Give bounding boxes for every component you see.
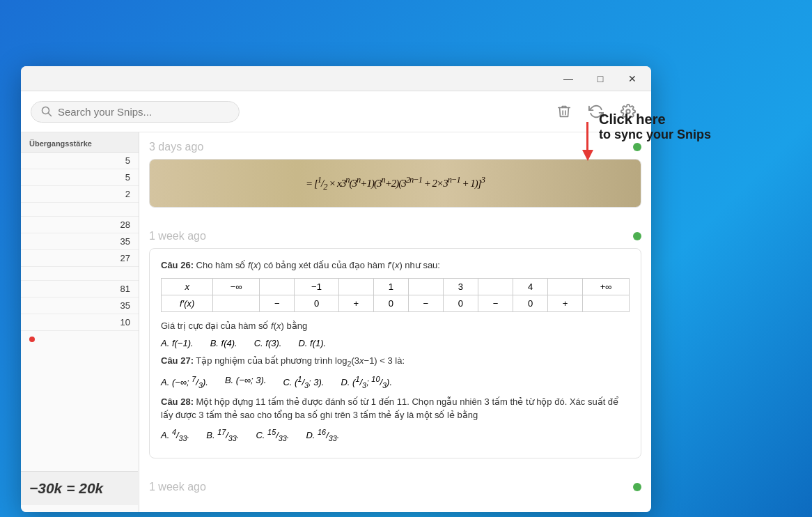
snip-card-2[interactable]: Câu 26: Cho hàm số f(x) có bảng xét dấu …	[149, 248, 641, 458]
snip-timestamp: 3 days ago	[149, 132, 641, 159]
snip-image: = [1/2 × x3n(3n+1)(3n+2)(32n−1 + 2×3n−1 …	[150, 160, 641, 207]
list-item[interactable]: 5	[21, 169, 139, 186]
list-item[interactable]: 27	[21, 250, 139, 267]
list-item[interactable]: 10	[21, 314, 139, 331]
snip-timestamp-3: 1 week ago	[149, 472, 641, 499]
arrow-head	[582, 150, 593, 161]
sidebar: Übergangsstärke 5 5 2 28 35 27 81 35 10	[21, 132, 139, 512]
snip-status-dot-3	[633, 483, 641, 491]
sidebar-red-dot	[29, 337, 35, 342]
q28-text: Câu 28: Một hộp đựng 11 tấm thẻ được đán…	[161, 395, 630, 422]
toolbar	[21, 91, 651, 132]
q27-text: Câu 27: Tập nghiệm của bất phương trình …	[161, 354, 630, 369]
snip-timestamp-2: 1 week ago	[149, 222, 641, 248]
close-button[interactable]: ✕	[616, 66, 648, 91]
tooltip: Click here to sync your Snips	[582, 115, 711, 161]
title-bar: — □ ✕	[21, 66, 651, 91]
snip-math-content: Câu 26: Cho hàm số f(x) có bảng xét dấu …	[150, 249, 641, 458]
list-item[interactable]: 35	[21, 233, 139, 250]
q26-question: Giá trị cực đại của hàm số f(x) bằng	[161, 319, 630, 333]
snip-card[interactable]: = [1/2 × x3n(3n+1)(3n+2)(32n−1 + 2×3n−1 …	[149, 159, 641, 208]
math-table: x −∞−1134+∞ f′(x) −0+0−0−0+	[161, 278, 630, 312]
minimize-button[interactable]: —	[552, 66, 584, 91]
q28-answers: A. 4/33. B. 17/33. C. 15/33. D. 16/33.	[161, 428, 630, 442]
list-item[interactable]: 28	[21, 217, 139, 233]
snip-group-2: 1 week ago Câu 26: Cho hàm số f(x) có bả…	[149, 222, 641, 458]
maximize-button[interactable]: □	[584, 66, 616, 91]
content-area: Übergangsstärke 5 5 2 28 35 27 81 35 10 …	[21, 132, 651, 512]
q26-text: Câu 26: Cho hàm số f(x) có bảng xét dấu …	[161, 258, 630, 272]
delete-button[interactable]	[551, 98, 577, 125]
main-content[interactable]: 3 days ago = [1/2 × x3n(3n+1)(3n+2)(32n−…	[139, 132, 651, 512]
sidebar-header: Übergangsstärke	[21, 132, 139, 153]
q26-answers: A. f(−1). B. f(4). C. f(3). D. f(1).	[161, 338, 630, 348]
trash-icon	[556, 104, 572, 119]
search-icon	[41, 106, 52, 117]
arrow	[582, 122, 593, 161]
search-container[interactable]	[31, 101, 240, 123]
app-window: — □ ✕	[21, 66, 651, 512]
search-input[interactable]	[58, 106, 229, 118]
tooltip-text: Click here to sync your Snips	[599, 111, 711, 142]
list-item[interactable]: 81	[21, 281, 139, 298]
arrow-shaft	[586, 122, 588, 150]
list-item[interactable]: 5	[21, 153, 139, 169]
sidebar-bottom-text: −30k = 20k	[21, 471, 138, 505]
list-item[interactable]: 2	[21, 186, 139, 203]
svg-line-1	[49, 114, 52, 116]
q27-answers: A. (−∞; 7/3). B. (−∞; 3). C. (1/3; 3). D…	[161, 375, 630, 389]
snip-group: 3 days ago = [1/2 × x3n(3n+1)(3n+2)(32n−…	[149, 132, 641, 208]
snip-status-dot-2	[633, 232, 641, 240]
list-item[interactable]: 35	[21, 298, 139, 314]
